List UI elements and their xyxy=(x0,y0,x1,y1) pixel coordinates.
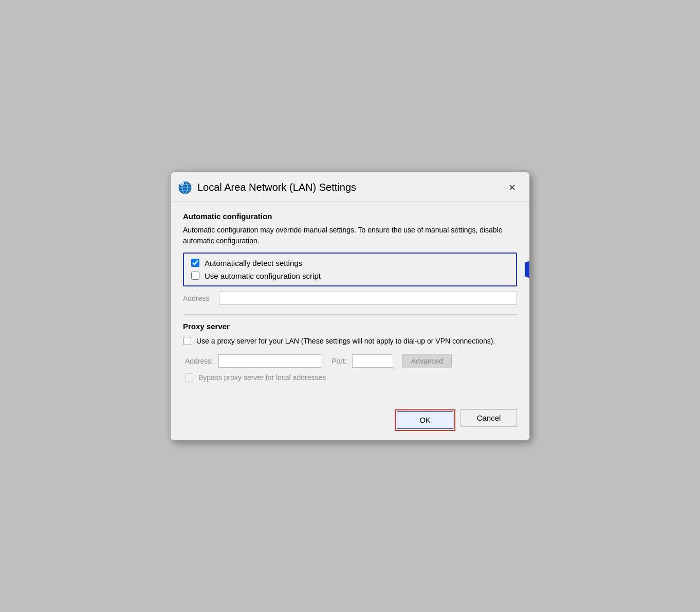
arrow-container xyxy=(525,259,530,280)
auto-config-title: Automatic configuration xyxy=(183,212,517,221)
advanced-button[interactable]: Advanced xyxy=(402,354,452,368)
auto-detect-row: Automatically detect settings xyxy=(191,259,509,267)
bypass-proxy-row: Bypass proxy server for local addresses xyxy=(185,373,517,382)
dialog-footer: OK Cancel xyxy=(171,401,529,440)
cancel-button[interactable]: Cancel xyxy=(460,409,517,427)
globe-icon: ie xyxy=(178,181,192,195)
dialog-title: Local Area Network (LAN) Settings xyxy=(197,182,356,193)
bypass-proxy-label: Bypass proxy server for local addresses xyxy=(198,373,326,382)
auto-config-highlight-box: Automatically detect settings Use automa… xyxy=(183,253,517,286)
auto-script-label: Use automatic configuration script xyxy=(205,272,321,280)
svg-text:ie: ie xyxy=(181,183,183,186)
lan-settings-dialog: ie Local Area Network (LAN) Settings ✕ A… xyxy=(170,172,530,441)
bypass-proxy-checkbox[interactable] xyxy=(185,373,193,382)
auto-script-checkbox[interactable] xyxy=(191,272,199,280)
auto-config-description: Automatic configuration may override man… xyxy=(183,225,517,246)
proxy-server-section: Proxy server Use a proxy server for your… xyxy=(183,322,517,382)
blue-arrow-icon xyxy=(525,259,530,280)
use-proxy-checkbox[interactable] xyxy=(183,337,191,345)
proxy-port-label: Port: xyxy=(331,357,347,365)
auto-detect-checkbox[interactable] xyxy=(191,259,199,267)
proxy-fields-row: Address: Port: Advanced xyxy=(185,354,517,368)
proxy-address-input[interactable] xyxy=(218,354,321,368)
close-button[interactable]: ✕ xyxy=(504,179,520,196)
title-bar-left: ie Local Area Network (LAN) Settings xyxy=(178,181,356,195)
title-bar: ie Local Area Network (LAN) Settings ✕ xyxy=(171,172,529,202)
ok-button[interactable]: OK xyxy=(397,411,453,429)
auto-script-row: Use automatic configuration script xyxy=(191,272,509,280)
dialog-body: Automatic configuration Automatic config… xyxy=(171,202,529,401)
auto-detect-label: Automatically detect settings xyxy=(205,259,302,267)
proxy-port-input[interactable] xyxy=(352,354,393,368)
highlight-box-outer: Automatically detect settings Use automa… xyxy=(183,253,517,286)
auto-config-address-row: Address xyxy=(183,292,517,305)
proxy-section-title: Proxy server xyxy=(183,322,517,331)
use-proxy-row: Use a proxy server for your LAN (These s… xyxy=(183,336,517,347)
auto-config-address-label: Address xyxy=(183,294,214,302)
auto-config-address-input[interactable] xyxy=(219,292,517,305)
proxy-address-label: Address: xyxy=(185,357,213,365)
ok-btn-wrapper: OK xyxy=(395,409,455,431)
auto-config-section: Automatic configuration Automatic config… xyxy=(183,212,517,305)
section-divider xyxy=(183,314,517,315)
use-proxy-label: Use a proxy server for your LAN (These s… xyxy=(196,336,495,347)
